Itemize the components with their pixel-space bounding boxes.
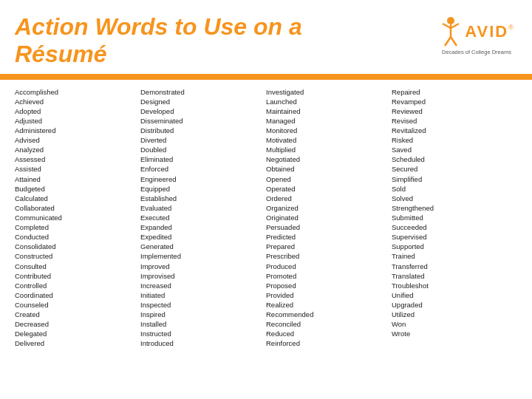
list-item: Consolidated	[15, 242, 140, 251]
list-item: Expedited	[140, 232, 266, 242]
list-item: Revised	[392, 116, 517, 126]
list-item: Saved	[392, 145, 517, 154]
list-item: Scheduled	[392, 154, 517, 164]
list-item: Assessed	[15, 154, 140, 164]
list-item: Ordered	[266, 194, 392, 203]
list-item: Revamped	[392, 97, 517, 106]
list-item: Installed	[140, 319, 266, 329]
list-item: Simplified	[392, 174, 517, 184]
list-item: Calculated	[15, 194, 140, 203]
avid-label: AVID	[465, 24, 508, 40]
list-item: Produced	[266, 262, 392, 271]
list-item: Organized	[266, 203, 392, 213]
list-item: Wrote	[392, 329, 517, 338]
list-item: Investigated	[266, 87, 392, 97]
list-item: Generated	[140, 242, 266, 251]
list-item: Evaluated	[140, 203, 266, 213]
list-item: Constructed	[15, 251, 140, 261]
title-line1: Action Words to Use on a	[15, 13, 302, 41]
page-title: Action Words to Use on a Résumé	[15, 13, 302, 68]
list-item: Achieved	[15, 97, 140, 106]
list-item: Translated	[392, 271, 517, 281]
list-item: Motivated	[266, 135, 392, 145]
list-item: Implemented	[140, 251, 266, 261]
list-item: Managed	[266, 116, 392, 126]
list-item: Analyzed	[15, 145, 140, 154]
list-item: Provided	[266, 290, 392, 300]
list-item: Improved	[140, 262, 266, 271]
list-item: Prescribed	[266, 251, 392, 261]
list-item: Contributed	[15, 271, 140, 281]
svg-line-3	[451, 24, 459, 28]
list-item: Communicated	[15, 213, 140, 222]
list-item: Realized	[266, 300, 392, 310]
list-item: Eliminated	[140, 154, 266, 164]
list-item: Reduced	[266, 329, 392, 338]
list-item: Engineered	[140, 174, 266, 184]
list-item: Created	[15, 310, 140, 319]
list-item: Budgeted	[15, 184, 140, 194]
list-item: Trained	[392, 251, 517, 261]
list-item: Assisted	[15, 164, 140, 174]
list-item: Won	[392, 319, 517, 329]
list-item: Established	[140, 194, 266, 203]
list-item: Opened	[266, 174, 392, 184]
list-item: Risked	[392, 135, 517, 145]
list-item: Utilized	[392, 310, 517, 319]
word-column-0: AccomplishedAchievedAdoptedAdjustedAdmin…	[15, 87, 140, 349]
svg-point-0	[447, 17, 454, 24]
list-item: Reviewed	[392, 106, 517, 116]
list-item: Recommended	[266, 310, 392, 319]
list-item: Reconciled	[266, 319, 392, 329]
list-item: Solved	[392, 194, 517, 203]
list-item: Maintained	[266, 106, 392, 116]
list-item: Executed	[140, 213, 266, 222]
list-item: Strengthened	[392, 203, 517, 213]
list-item: Diverted	[140, 135, 266, 145]
header: Action Words to Use on a Résumé	[0, 0, 532, 74]
list-item: Consulted	[15, 262, 140, 271]
list-item: Doubled	[140, 145, 266, 154]
svg-line-5	[451, 37, 457, 46]
list-item: Supervised	[392, 232, 517, 242]
list-item: Conducted	[15, 232, 140, 242]
list-item: Advised	[15, 135, 140, 145]
list-item: Inspected	[140, 300, 266, 310]
list-item: Increased	[140, 281, 266, 290]
list-item: Equipped	[140, 184, 266, 194]
list-item: Designed	[140, 97, 266, 106]
page: Action Words to Use on a Résumé	[0, 0, 532, 399]
list-item: Administered	[15, 126, 140, 135]
list-item: Obtained	[266, 164, 392, 174]
list-item: Secured	[392, 164, 517, 174]
orange-rule	[0, 74, 532, 80]
list-item: Unified	[392, 290, 517, 300]
list-item: Controlled	[15, 281, 140, 290]
list-item: Predicted	[266, 232, 392, 242]
list-item: Improvised	[140, 271, 266, 281]
title-line2: Résumé	[15, 41, 302, 68]
avid-logo-area: AVID ® Decades of College Dreams	[436, 13, 517, 55]
list-item: Prepared	[266, 242, 392, 251]
list-item: Accomplished	[15, 87, 140, 97]
word-column-1: DemonstratedDesignedDevelopedDisseminate…	[140, 87, 266, 349]
list-item: Completed	[15, 222, 140, 232]
list-item: Expanded	[140, 222, 266, 232]
list-item: Counseled	[15, 300, 140, 310]
list-item: Repaired	[392, 87, 517, 97]
list-item: Delegated	[15, 329, 140, 338]
content-area: AccomplishedAchievedAdoptedAdjustedAdmin…	[0, 80, 532, 355]
list-item: Proposed	[266, 281, 392, 290]
list-item: Delivered	[15, 338, 140, 348]
list-item: Adjusted	[15, 116, 140, 126]
list-item: Operated	[266, 184, 392, 194]
word-column-3: RepairedRevampedReviewedRevisedRevitaliz…	[392, 87, 517, 349]
list-item: Disseminated	[140, 116, 266, 126]
word-column-2: InvestigatedLaunchedMaintainedManagedMon…	[266, 87, 392, 349]
list-item: Introduced	[140, 338, 266, 348]
svg-line-2	[443, 24, 451, 28]
list-item: Adopted	[15, 106, 140, 116]
list-item: Supported	[392, 242, 517, 251]
list-item: Sold	[392, 184, 517, 194]
list-item: Promoted	[266, 271, 392, 281]
